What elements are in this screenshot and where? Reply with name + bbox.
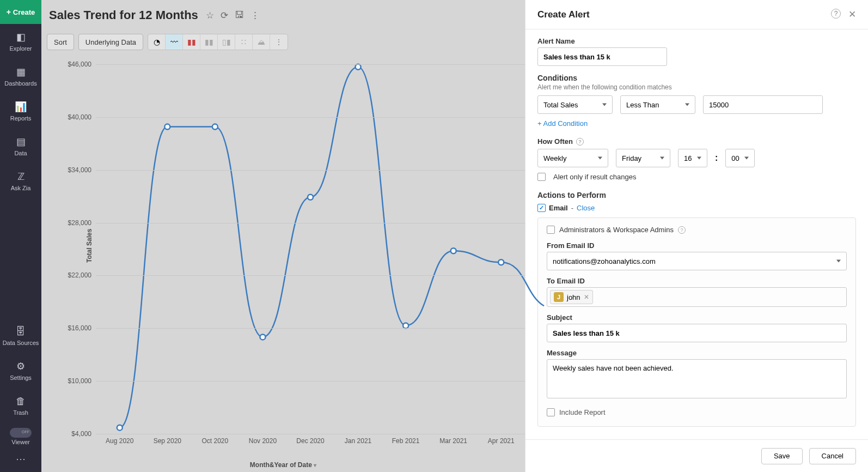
chip-name: john — [567, 293, 580, 301]
sidebar-item-label: Ask Zia — [11, 185, 31, 191]
main-area: Sales Trend for 12 Months ☆ ⟳ 🖫 ⋮ Sort U… — [41, 0, 525, 472]
alert-name-label: Alert Name — [537, 37, 856, 45]
cond-field-select[interactable]: Total Sales — [537, 95, 613, 114]
kebab-icon[interactable]: ⋮ — [250, 10, 260, 21]
email-close-link[interactable]: Close — [577, 204, 595, 212]
y-tick-label: $22,000 — [68, 271, 96, 279]
reports-icon: 📊 — [15, 101, 27, 113]
subject-input[interactable] — [547, 324, 847, 342]
sidebar-item-label: Reports — [10, 115, 32, 122]
alert-name-input[interactable] — [537, 47, 667, 66]
help-icon[interactable]: ? — [831, 9, 841, 19]
avatar: J — [554, 292, 564, 302]
save-icon[interactable]: 🖫 — [235, 10, 244, 21]
y-tick-label: $28,000 — [68, 219, 96, 227]
svg-point-5 — [356, 64, 361, 70]
x-tick-label: Sep 2020 — [154, 434, 181, 445]
often-period-select[interactable]: Weekly — [537, 149, 608, 167]
panel-footer: Save Cancel — [525, 439, 868, 472]
plus-icon: + — [7, 8, 11, 16]
often-min-select[interactable]: 00 — [725, 149, 755, 167]
message-label: Message — [547, 349, 847, 357]
x-tick-label: Aug 2020 — [106, 434, 133, 445]
how-often-row: Weekly Friday 16 : 00 — [537, 149, 856, 167]
svg-point-1 — [164, 124, 170, 130]
sidebar-item-viewer[interactable]: Viewer — [0, 423, 41, 450]
x-tick-label: Oct 2020 — [202, 434, 229, 445]
admins-checkbox[interactable] — [547, 226, 555, 234]
create-button[interactable]: + Create — [0, 0, 41, 24]
sort-button[interactable]: Sort — [47, 34, 74, 50]
only-if-changes-label: Alert only if result changes — [553, 173, 636, 181]
sidebar-item-settings[interactable]: ⚙ Settings — [0, 353, 41, 388]
line-chart-icon[interactable]: 〰 — [166, 34, 183, 50]
underlying-data-button[interactable]: Underlying Data — [78, 34, 143, 50]
email-dash: - — [571, 204, 573, 212]
subject-label: Subject — [547, 313, 847, 322]
data-icon: ▤ — [16, 136, 26, 148]
sidebar-item-label: Explorer — [10, 45, 32, 52]
sidebar-more-button[interactable]: ⋯ — [0, 450, 41, 468]
sidebar-item-trash[interactable]: 🗑 Trash — [0, 388, 41, 423]
save-button[interactable]: Save — [761, 448, 803, 464]
close-icon[interactable]: ✕ — [848, 9, 856, 20]
settings-icon: ⚙ — [16, 360, 25, 372]
conditions-label: Conditions — [537, 74, 856, 82]
sidebar-item-dashboards[interactable]: ▦ Dashboards — [0, 59, 41, 94]
y-tick-label: $46,000 — [68, 60, 96, 68]
include-report-checkbox[interactable] — [547, 408, 555, 416]
x-tick-label: Feb 2021 — [392, 434, 420, 445]
help-icon[interactable]: ? — [576, 138, 584, 146]
sidebar-item-reports[interactable]: 📊 Reports — [0, 94, 41, 129]
stacked-bar-icon[interactable]: ▯▮ — [218, 34, 235, 50]
to-email-input[interactable]: J john ✕ — [547, 287, 847, 307]
x-axis-title[interactable]: Month&Year of Date ▾ — [250, 461, 316, 469]
sidebar-item-label: Dashboards — [4, 80, 36, 87]
sidebar-item-label: Trash — [13, 409, 28, 416]
viewer-toggle[interactable] — [10, 428, 32, 438]
help-icon[interactable]: ? — [678, 226, 686, 234]
refresh-icon[interactable]: ⟳ — [221, 10, 228, 21]
only-if-changes-checkbox[interactable] — [537, 173, 546, 181]
svg-point-8 — [498, 259, 504, 265]
email-settings-block: Administrators & Workspace Admins ? From… — [537, 217, 856, 427]
bar-chart-icon[interactable]: ▮▮ — [183, 34, 200, 50]
x-tick-label: Apr 2021 — [488, 434, 515, 445]
sidebar-item-ask-zia[interactable]: ℤ Ask Zia — [0, 164, 41, 198]
svg-point-6 — [403, 323, 408, 328]
chip-remove-icon[interactable]: ✕ — [584, 293, 589, 301]
cond-operator-select[interactable]: Less Than — [620, 95, 695, 114]
chart-more-icon[interactable]: ⋮ — [270, 34, 288, 50]
from-email-select[interactable]: notifications@zohoanalytics.com — [547, 252, 847, 270]
sidebar-item-data-sources[interactable]: 🗄 Data Sources — [0, 318, 41, 353]
area-chart-icon[interactable]: ⛰ — [253, 34, 270, 50]
page-title: Sales Trend for 12 Months — [49, 8, 198, 22]
sidebar-item-data[interactable]: ▤ Data — [0, 129, 41, 164]
svg-point-3 — [260, 334, 265, 340]
x-tick-label: Mar 2021 — [439, 434, 467, 445]
only-if-changes-row: Alert only if result changes — [537, 173, 856, 181]
message-textarea[interactable] — [547, 359, 847, 398]
cancel-button[interactable]: Cancel — [809, 448, 856, 464]
y-tick-label: $10,000 — [68, 377, 96, 385]
email-checkbox[interactable] — [537, 204, 546, 212]
condition-row: Total Sales Less Than — [537, 95, 856, 114]
report-header: Sales Trend for 12 Months ☆ ⟳ 🖫 ⋮ — [41, 0, 525, 31]
sidebar-item-label: Data Sources — [3, 340, 39, 346]
scatter-chart-icon[interactable]: ∷ — [235, 34, 253, 50]
star-icon[interactable]: ☆ — [206, 10, 214, 21]
sidebar-item-explorer[interactable]: ◧ Explorer — [0, 24, 41, 59]
trash-icon: 🗑 — [16, 396, 26, 407]
chevron-down-icon: ▾ — [314, 462, 316, 468]
sidebar-item-label: Viewer — [11, 439, 29, 445]
often-hour-select[interactable]: 16 — [678, 149, 707, 167]
toolbar: Sort Underlying Data ◔ 〰 ▮▮ ▮▮ ▯▮ ∷ ⛰ ⋮ — [41, 31, 525, 53]
create-label: Create — [13, 8, 35, 16]
add-condition-link[interactable]: + Add Condition — [537, 119, 856, 128]
hbar-chart-icon[interactable]: ▮▮ — [200, 34, 218, 50]
y-tick-label: $40,000 — [68, 113, 96, 121]
pie-chart-icon[interactable]: ◔ — [148, 34, 166, 50]
chart-type-group: ◔ 〰 ▮▮ ▮▮ ▯▮ ∷ ⛰ ⋮ — [148, 34, 288, 50]
often-day-select[interactable]: Friday — [616, 149, 670, 167]
cond-value-input[interactable] — [703, 95, 823, 114]
